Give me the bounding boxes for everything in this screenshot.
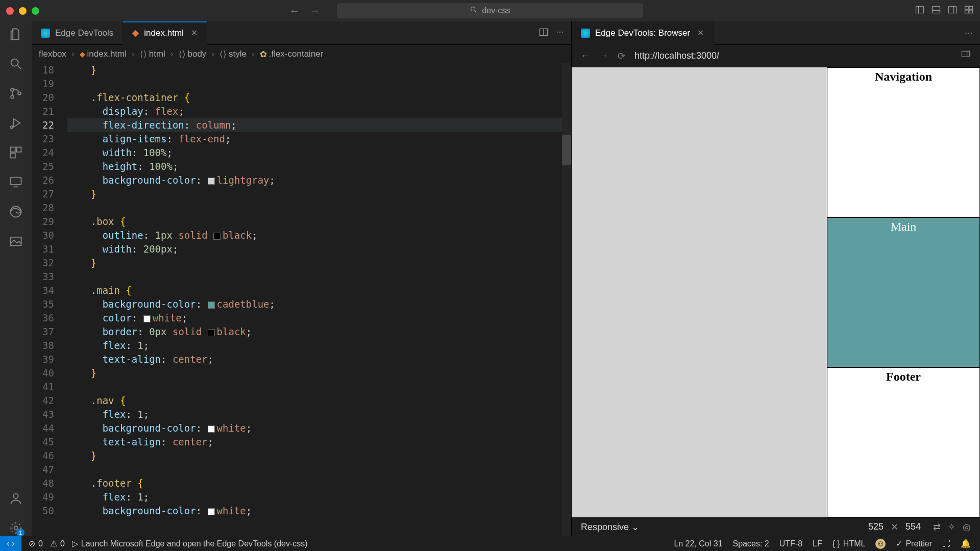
- svg-rect-9: [969, 6, 973, 9]
- crumb-selector[interactable]: .flex-container: [269, 49, 324, 59]
- eol[interactable]: LF: [813, 539, 822, 548]
- source-control-icon[interactable]: [8, 86, 23, 101]
- main-area: 1 Edge DevTools ◆ index.html ✕ ⋯: [0, 21, 980, 536]
- crumb-html[interactable]: html: [149, 49, 165, 59]
- rotate-icon[interactable]: ⇄: [933, 521, 941, 533]
- crumb-style[interactable]: style: [229, 49, 247, 59]
- svg-rect-22: [11, 178, 21, 185]
- chevron-down-icon: ⌄: [631, 522, 639, 532]
- svg-point-26: [13, 494, 18, 498]
- svg-rect-19: [11, 147, 15, 152]
- command-center-text: dev-css: [482, 6, 510, 15]
- prettier-status[interactable]: ✓ Prettier: [896, 539, 932, 548]
- bell-icon[interactable]: 🔔: [961, 539, 971, 548]
- crumb-file[interactable]: index.html: [87, 49, 127, 59]
- code-lines[interactable]: } .flex-container { display: flex; flex-…: [67, 63, 571, 536]
- cursor-position[interactable]: Ln 22, Col 31: [674, 539, 722, 548]
- tag-icon: ⟨⟩: [179, 49, 186, 60]
- layout-grid-icon[interactable]: [964, 5, 974, 17]
- browser-reload-icon[interactable]: ⟳: [618, 51, 625, 62]
- image-icon[interactable]: [8, 234, 23, 249]
- accounts-icon[interactable]: [8, 491, 23, 506]
- panel-bottom-icon[interactable]: [931, 5, 941, 17]
- problems-warnings[interactable]: ⚠0: [50, 539, 65, 548]
- svg-rect-10: [965, 10, 969, 13]
- preview-footer-label: Footer: [886, 370, 921, 383]
- launch-edge-task[interactable]: ▷ Launch Microsoft Edge and open the Edg…: [72, 539, 308, 548]
- magic-wand-icon[interactable]: ✧: [948, 521, 955, 533]
- command-center[interactable]: dev-css: [337, 3, 643, 18]
- history-forward-icon[interactable]: →: [310, 5, 320, 17]
- close-icon[interactable]: ✕: [697, 28, 704, 38]
- edge-icon[interactable]: [8, 204, 23, 219]
- status-bar: ⊘0 ⚠0 ▷ Launch Microsoft Edge and open t…: [0, 536, 980, 551]
- svg-point-0: [471, 7, 475, 11]
- responsive-bar: Responsive ⌄ 525 ✕ 554 ⇄ ✧ ◎: [572, 517, 980, 536]
- language-mode[interactable]: { } HTML: [832, 539, 866, 548]
- tab-label: index.html: [144, 28, 183, 38]
- svg-rect-20: [16, 147, 21, 152]
- browser-forward-icon[interactable]: →: [599, 51, 608, 61]
- svg-rect-8: [965, 6, 969, 9]
- search-activity-icon[interactable]: [8, 56, 23, 71]
- panel-left-icon[interactable]: [915, 5, 925, 17]
- close-window[interactable]: [6, 7, 14, 15]
- viewport-height[interactable]: 554: [905, 521, 921, 532]
- preview-main-label: Main: [891, 220, 917, 233]
- problems-errors[interactable]: ⊘0: [29, 539, 43, 548]
- minimap[interactable]: [562, 63, 571, 536]
- maximize-window[interactable]: [32, 7, 39, 15]
- editor-groups: Edge DevTools ◆ index.html ✕ ⋯ flexbox› …: [32, 21, 980, 536]
- crumb-body[interactable]: body: [188, 49, 207, 59]
- svg-rect-4: [933, 6, 940, 13]
- svg-point-16: [18, 92, 21, 95]
- indent-spaces[interactable]: Spaces: 2: [733, 539, 769, 548]
- responsive-mode[interactable]: Responsive ⌄: [581, 521, 639, 533]
- viewport-width[interactable]: 525: [868, 521, 884, 532]
- explorer-icon[interactable]: [8, 27, 23, 42]
- close-icon[interactable]: ✕: [191, 28, 198, 38]
- remote-explorer-icon[interactable]: [8, 174, 23, 190]
- crumb-folder[interactable]: flexbox: [39, 49, 66, 59]
- target-icon[interactable]: ◎: [963, 521, 971, 533]
- more-actions-icon[interactable]: ⋯: [556, 27, 564, 39]
- minimize-window[interactable]: [19, 7, 27, 15]
- encoding[interactable]: UTF-8: [779, 539, 802, 548]
- svg-rect-11: [969, 10, 973, 13]
- launch-text: Launch Microsoft Edge and open the Edge …: [81, 539, 308, 548]
- breadcrumb[interactable]: flexbox› ◆ index.html› ⟨⟩ html› ⟨⟩ body›…: [32, 45, 571, 63]
- tag-icon: ⟨⟩: [219, 49, 227, 60]
- history-nav: ← →: [289, 5, 320, 17]
- tab-edge-devtools[interactable]: Edge DevTools: [32, 21, 123, 45]
- more-actions-icon[interactable]: ⋯: [965, 28, 973, 38]
- minimap-thumb[interactable]: [562, 135, 571, 165]
- split-editor-icon[interactable]: [538, 27, 549, 39]
- svg-rect-6: [949, 6, 957, 13]
- remote-indicator[interactable]: [0, 536, 21, 552]
- feedback-icon[interactable]: ⛶: [942, 539, 950, 548]
- url-bar[interactable]: http://localhost:3000/: [634, 51, 719, 61]
- layout-controls: [915, 5, 974, 17]
- html-file-icon: ◆: [132, 28, 139, 38]
- selector-icon: ✿: [260, 49, 267, 60]
- open-devtools-icon[interactable]: [961, 49, 971, 62]
- code-editor[interactable]: 1819202122232425262728293031323334353637…: [32, 63, 571, 536]
- browser-preview[interactable]: Navigation Main Footer: [572, 67, 980, 517]
- tab-devtools-browser[interactable]: Edge DevTools: Browser ✕: [572, 21, 714, 45]
- smiley-icon[interactable]: ☺: [875, 539, 886, 549]
- svg-point-12: [11, 59, 18, 66]
- tab-index-html[interactable]: ◆ index.html ✕: [123, 21, 207, 45]
- run-debug-icon[interactable]: [8, 115, 23, 131]
- settings-gear-icon[interactable]: 1: [8, 520, 23, 536]
- preview-nav-label: Navigation: [875, 70, 932, 83]
- extensions-icon[interactable]: [8, 145, 23, 160]
- error-icon: ⊘: [29, 539, 35, 548]
- panel-right-icon[interactable]: [947, 5, 958, 17]
- activity-bar: 1: [0, 21, 32, 536]
- preview-flex-column: Navigation Main Footer: [827, 67, 980, 517]
- preview-background: [572, 67, 827, 517]
- browser-back-icon[interactable]: ←: [581, 51, 590, 61]
- history-back-icon[interactable]: ←: [289, 5, 300, 17]
- svg-point-14: [11, 88, 14, 91]
- editor-tabs-left: Edge DevTools ◆ index.html ✕ ⋯: [32, 21, 571, 45]
